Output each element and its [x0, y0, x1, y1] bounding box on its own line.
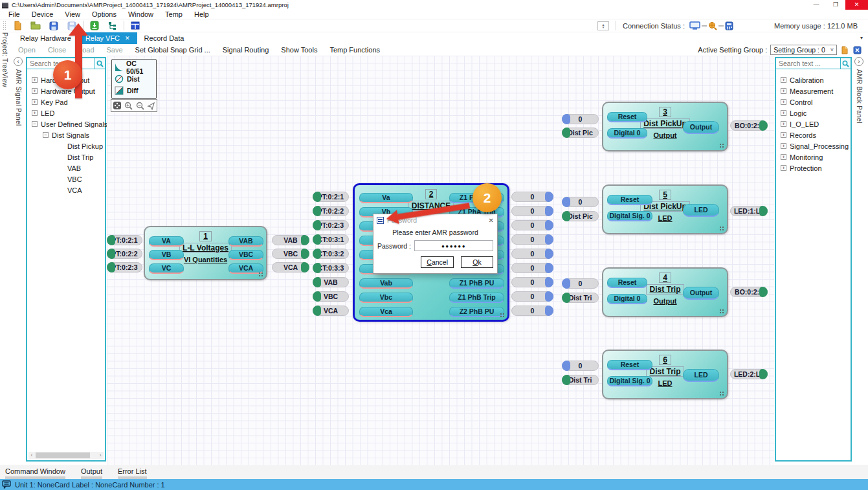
output-signal-connector[interactable]: BO:0:2:2 [730, 287, 768, 297]
bottom-panel-tab[interactable]: Error List [118, 467, 147, 479]
zoom-in-icon[interactable] [124, 102, 133, 110]
block-input-pin[interactable]: Digital Sig. 0 [607, 211, 652, 221]
tree-expander-icon[interactable]: + [781, 110, 786, 116]
block-input-pin[interactable]: VB [149, 250, 184, 260]
block-input-pin[interactable]: Vbc [359, 293, 413, 303]
function-block-dist-pickup-output[interactable]: 3 Dist PickUp Output ResetDigital 0 Outp… [602, 102, 728, 151]
input-signal-connector[interactable]: PT:0:2:3 [107, 262, 142, 273]
zoom-out-icon[interactable] [136, 102, 144, 110]
block-input-pin[interactable]: Va [359, 193, 413, 203]
resize-handle[interactable] [719, 226, 725, 232]
output-signal-connector[interactable]: 0 [511, 277, 553, 287]
menu-item[interactable]: Temp [159, 10, 188, 19]
output-signal-connector[interactable]: 0 [511, 291, 553, 302]
scroll-right-icon[interactable]: › [97, 452, 104, 459]
block-output-pin[interactable]: Z2 PhB PU [449, 307, 504, 317]
block-input-pin[interactable]: VC [149, 263, 184, 274]
block-input-pin[interactable]: Reset [607, 278, 647, 288]
tree-item[interactable]: + Protection [776, 162, 851, 173]
restore-button[interactable]: ❐ [826, 0, 845, 10]
resize-handle[interactable] [719, 309, 725, 315]
vfc-toolbar-item[interactable]: Set Global Snap Grid ... [135, 46, 210, 54]
block-input-pin[interactable]: Digital 0 [607, 294, 647, 304]
tree-item[interactable]: + Signal_Processing [776, 140, 851, 151]
tree-item[interactable]: VAB [27, 162, 105, 173]
delete-setting-group-icon[interactable] [852, 45, 862, 54]
tree-item[interactable]: + Logic [776, 107, 851, 118]
dialog-close-icon[interactable]: ✕ [489, 217, 494, 224]
output-signal-connector[interactable]: 0 [511, 234, 553, 245]
input-signal-connector[interactable]: VAB [313, 277, 349, 287]
tree-item[interactable]: + Records [776, 129, 851, 140]
block-output-pin[interactable]: Output [683, 287, 719, 300]
input-signal-connector[interactable]: 0 [562, 361, 599, 371]
tree-item[interactable]: + Calibration [776, 74, 851, 85]
block-input-pin[interactable]: Digital Sig. 0 [607, 376, 652, 386]
input-signal-connector[interactable]: Dist Pic [562, 128, 599, 138]
output-signal-connector[interactable]: 0 [511, 249, 553, 259]
window-layout-icon[interactable] [126, 19, 144, 32]
input-signal-connector[interactable]: VBC [313, 291, 349, 302]
function-block-dist-pickup-led[interactable]: 5 Dist PickUp LED ResetDigital Sig. 0 LE… [602, 184, 728, 234]
scroll-left-icon[interactable]: ‹ [28, 452, 35, 459]
tree-item[interactable]: − Dist Signals [27, 129, 105, 140]
horizontal-scrollbar[interactable]: ‹ › [28, 452, 104, 459]
input-signal-connector[interactable]: PT:0:2:3 [313, 220, 349, 230]
open-project-icon[interactable] [27, 19, 45, 32]
minimize-button[interactable]: — [807, 0, 826, 10]
input-signal-connector[interactable]: CT:0:3:1 [313, 234, 349, 245]
menu-item[interactable]: Device [26, 10, 60, 19]
tree-item[interactable]: Dist Pickup [27, 140, 105, 151]
block-output-pin[interactable]: VBC [228, 250, 263, 260]
bottom-panel-tab[interactable]: Output [81, 467, 102, 479]
input-signal-connector[interactable]: Dist Tri [562, 375, 599, 385]
expand-right-panel-button[interactable]: › [854, 57, 863, 66]
output-signal-connector[interactable]: BO:0:2:1 [730, 120, 768, 131]
tree-expander-icon[interactable]: + [32, 88, 38, 94]
input-signal-connector[interactable]: PT:0:2:1 [107, 235, 142, 245]
menu-item[interactable]: View [59, 10, 86, 19]
input-signal-connector[interactable]: PT:0:2:1 [313, 192, 349, 202]
tree-expander-icon[interactable]: + [32, 77, 38, 83]
function-block-ll-voltages[interactable]: 1 L-L Voltages VI Quantities VAVBVC VABV… [144, 226, 267, 280]
tree-expander-icon[interactable]: + [781, 154, 786, 160]
output-signal-connector[interactable]: VCA [272, 262, 309, 273]
input-signal-connector[interactable]: 0 [562, 114, 599, 124]
setting-group-select[interactable]: Setting Group : 0 ˅ [770, 45, 837, 55]
palette-item-diff[interactable]: Diff [115, 85, 153, 96]
menu-item[interactable]: File [3, 10, 26, 19]
tree-expander-icon[interactable]: + [32, 110, 38, 116]
tree-view-icon[interactable] [104, 19, 122, 32]
input-signal-connector[interactable]: VCA [313, 306, 349, 316]
output-signal-connector[interactable]: 0 [511, 192, 553, 202]
project-treeview-vertical-tab[interactable]: Project: TreeView [1, 32, 8, 87]
tree-expander-icon[interactable]: + [781, 132, 786, 138]
tree-item[interactable]: VCA [27, 184, 105, 195]
block-input-pin[interactable]: Digital 0 [607, 128, 647, 139]
tab-record-data[interactable]: Record Data [137, 32, 192, 44]
input-signal-connector[interactable]: Dist Pic [562, 211, 599, 221]
block-input-pin[interactable]: VA [149, 236, 184, 247]
toolbar-grip[interactable] [3, 21, 6, 30]
output-signal-connector[interactable]: LED:1:L0 [730, 206, 768, 216]
output-signal-connector[interactable]: 0 [511, 206, 553, 216]
tree-item[interactable]: + Control [776, 96, 851, 107]
tree-expander-icon[interactable]: + [32, 99, 38, 105]
vfc-toolbar-item[interactable]: Close [48, 46, 66, 54]
tree-item[interactable]: + Key Pad [27, 96, 105, 107]
block-output-pin[interactable]: Output [683, 121, 719, 134]
tab-overflow-icon[interactable]: ▾ [860, 35, 863, 41]
pan-icon[interactable] [113, 101, 122, 110]
search-button[interactable] [840, 58, 851, 69]
input-signal-connector[interactable]: 0 [562, 278, 599, 289]
save-icon[interactable] [45, 19, 63, 32]
input-signal-connector[interactable]: Dist Tri [562, 293, 599, 303]
vfc-toolbar-item[interactable]: Temp Functions [329, 46, 380, 54]
palette-item-oc[interactable]: OC 50/51 [115, 61, 153, 73]
collapse-left-panel-button[interactable]: ‹ [14, 57, 23, 66]
tree-expander-icon[interactable]: + [781, 121, 786, 127]
amr-block-panel-vertical-tab[interactable]: AMR Block Panel [856, 69, 863, 124]
output-signal-connector[interactable]: LED:2:L0 [730, 369, 768, 379]
vfc-toolbar-item[interactable]: Signal Routing [223, 46, 269, 54]
toolbar-zoom-spinner[interactable]: ▲▼ [597, 21, 609, 30]
